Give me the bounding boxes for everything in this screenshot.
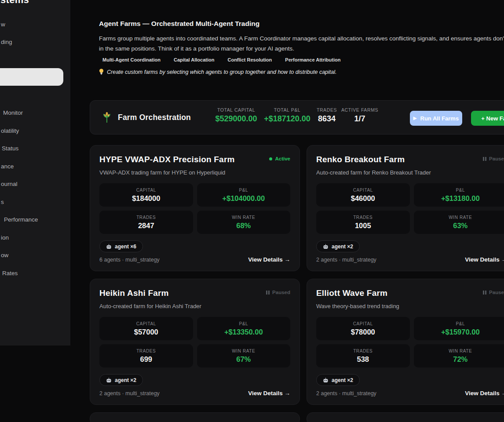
tip-banner: Create custom farms by selecting which a… [99, 69, 337, 75]
trades-stat: TRADES 2847 [99, 211, 193, 234]
pause-icon [266, 291, 270, 295]
agent-count-badge: agent ×2 [316, 240, 360, 252]
trades-stat: TRADES 1005 [316, 211, 410, 234]
farm-orchestration-title: Farm Orchestration [118, 113, 191, 122]
farm-description: Auto-created farm for Heikin Ashi Trader [99, 303, 290, 309]
trades-stat: TRADES 538 [316, 344, 410, 367]
farm-name: Heikin Ashi Farm [99, 288, 169, 298]
sidebar-item-rates[interactable]: Rates [2, 270, 18, 276]
robot-icon [323, 244, 329, 249]
status-badge: Paused [266, 290, 290, 295]
farm-stats: CAPITAL $46000 P&L +$13180.00 TRADES 100… [316, 183, 504, 234]
agent-count-badge: agent ×2 [316, 374, 360, 386]
sidebar-item-overview[interactable]: w [1, 21, 5, 28]
farm-meta: 6 agents · multi_strategy [99, 257, 160, 263]
farm-meta: 2 agents · multi_strategy [316, 257, 376, 263]
farm-meta: 2 agents · multi_strategy [99, 390, 160, 397]
sidebar-item-monitor[interactable]: Monitor [3, 109, 23, 116]
tip-text: Create custom farms by selecting which a… [107, 69, 337, 75]
lightbulb-icon [99, 69, 104, 75]
farm-stats: CAPITAL $184000 P&L +$104000.00 TRADES 2… [99, 183, 290, 234]
win-rate-stat: WIN RATE 72% [414, 344, 504, 367]
status-badge: Paused [483, 290, 504, 295]
farm-card: Heikin Ashi Farm Paused Auto-created far… [90, 279, 300, 405]
robot-icon [106, 244, 112, 249]
view-details-link[interactable]: View Details → [465, 390, 504, 397]
sidebar-item-ance[interactable]: ance [1, 163, 14, 170]
run-all-farms-button[interactable]: ▶ Run All Farms [410, 111, 462, 126]
page-description-line1: Farms group multiple agents into coordin… [99, 33, 504, 44]
sidebar-item-performance[interactable]: Performance [4, 216, 38, 223]
capital-stat: CAPITAL $46000 [316, 183, 410, 207]
view-details-link[interactable]: View Details → [465, 256, 504, 263]
farm-name: Elliott Wave Farm [316, 288, 387, 298]
stat-total-capital: TOTAL CAPITAL $529000.00 [215, 107, 257, 124]
agent-count-badge: agent ×2 [99, 374, 143, 386]
sidebar: stems w ding Monitor olatility Status an… [0, 0, 70, 346]
farm-card: Elliott Wave Farm Paused Wave theory-bas… [307, 279, 504, 405]
page-title: Agent Farms — Orchestrated Multi-Agent T… [99, 20, 259, 28]
tag-capital-allocation: Capital Allocation [174, 57, 215, 62]
wheat-plant-icon [102, 112, 112, 123]
farm-name: HYPE VWAP-ADX Precision Farm [99, 155, 235, 164]
page-description: Farms group multiple agents into coordin… [99, 33, 504, 54]
pause-icon [483, 291, 486, 295]
sidebar-brand-title: stems [0, 0, 29, 6]
sidebar-item-trading[interactable]: ding [1, 39, 12, 45]
feature-tags: Multi-Agent Coordination Capital Allocat… [102, 57, 340, 62]
sidebar-item-status[interactable]: Status [2, 145, 18, 152]
robot-icon [323, 378, 329, 383]
tag-multi-agent-coordination: Multi-Agent Coordination [102, 57, 161, 62]
play-icon: ▶ [413, 116, 417, 120]
tag-conflict-resolution: Conflict Resolution [227, 57, 272, 62]
new-farm-button[interactable]: + New Farm [471, 111, 504, 126]
farm-name: Renko Breakout Farm [316, 155, 405, 164]
farm-card: HYPE VWAP-ADX Precision Farm Active VWAP… [90, 145, 300, 271]
sidebar-item-journal[interactable]: ournal [1, 181, 18, 187]
win-rate-stat: WIN RATE 63% [414, 211, 504, 234]
pnl-stat: P&L +$104000.00 [197, 183, 291, 207]
farm-description: VWAP-ADX trading farm for HYPE on Hyperl… [99, 169, 290, 176]
farm-description: Auto-created farm for Renko Breakout Tra… [316, 169, 504, 176]
sidebar-item-flow[interactable]: ow [1, 252, 8, 258]
agent-count-badge: agent ×6 [99, 240, 143, 252]
capital-stat: CAPITAL $184000 [99, 183, 193, 207]
status-badge: Paused [483, 156, 504, 161]
farm-card-partial[interactable] [90, 412, 300, 422]
farm-meta: 2 agents · multi_strategy [316, 390, 376, 397]
farm-orchestration-bar: Farm Orchestration TOTAL CAPITAL $529000… [90, 100, 504, 135]
trades-stat: TRADES 699 [99, 344, 193, 367]
pnl-stat: P&L +$13350.00 [197, 317, 291, 340]
status-badge: Active [269, 156, 290, 161]
sidebar-item-s[interactable]: s [1, 199, 4, 205]
farm-stats: CAPITAL $57000 P&L +$13350.00 TRADES 699… [99, 317, 290, 367]
view-details-link[interactable]: View Details → [248, 390, 290, 397]
view-details-link[interactable]: View Details → [248, 256, 290, 263]
pnl-stat: P&L +$15970.00 [414, 317, 504, 340]
farm-card-partial[interactable] [307, 412, 504, 422]
tag-performance-attribution: Performance Attribution [285, 57, 340, 62]
sidebar-item-volatility[interactable]: olatility [1, 127, 19, 134]
pause-icon [483, 157, 486, 161]
capital-stat: CAPITAL $78000 [316, 317, 410, 340]
sidebar-item-selected[interactable] [0, 68, 63, 86]
sidebar-item-ion[interactable]: ion [1, 234, 9, 241]
robot-icon [106, 378, 112, 383]
farm-card: Renko Breakout Farm Paused Auto-created … [307, 145, 504, 271]
capital-stat: CAPITAL $57000 [99, 317, 193, 340]
stat-active-farms: ACTIVE FARMS 1/7 [341, 107, 378, 124]
win-rate-stat: WIN RATE 68% [197, 211, 291, 234]
farm-description: Wave theory-based trend trading [316, 303, 504, 309]
win-rate-stat: WIN RATE 67% [197, 344, 291, 367]
stat-total-pnl: TOTAL P&L +$187120.00 [264, 107, 310, 124]
active-dot-icon [269, 157, 272, 160]
stat-trades: TRADES 8634 [317, 107, 337, 124]
farm-orchestration-brand: Farm Orchestration [102, 101, 191, 134]
pnl-stat: P&L +$13180.00 [414, 183, 504, 207]
page-description-line2: in the same positions. Think of it as a … [99, 44, 504, 54]
farm-stats: CAPITAL $78000 P&L +$15970.00 TRADES 538… [316, 317, 504, 367]
